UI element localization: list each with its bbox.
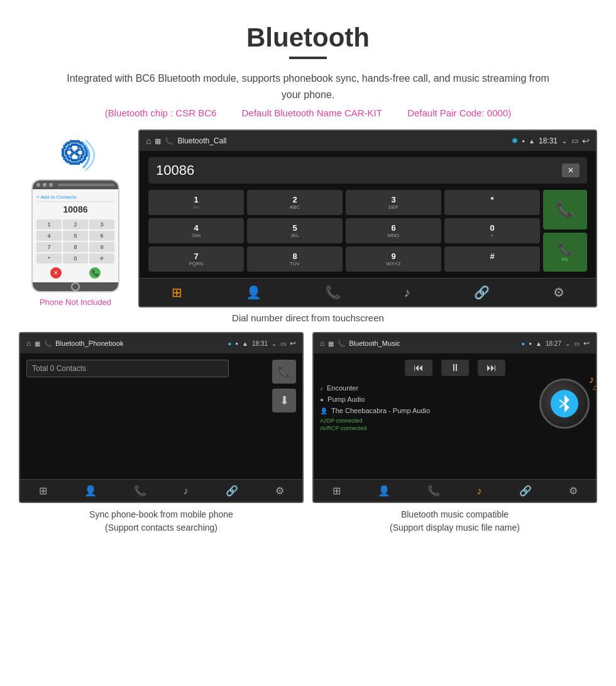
pb-nav-dialpad[interactable]: ⊞ — [39, 485, 47, 497]
music-screen-title: Bluetooth_Music — [349, 340, 517, 347]
album-art: ♪ ♫ — [539, 379, 590, 429]
dialer-input-display: 10086 ✕ — [148, 157, 587, 184]
music-caption-line2: (Support display music file name) — [390, 523, 520, 533]
phone-screen: + Add to Contacts 10086 1 2 3 4 5 6 7 8 … — [33, 189, 118, 282]
pb-window-icon: ▭ — [280, 340, 286, 347]
grid-icon: ▦ — [155, 137, 161, 145]
pb-nav-music[interactable]: ♪ — [184, 485, 189, 497]
phonebook-content-area: Total 0 Contacts 📞 ⬇ — [20, 353, 302, 479]
backspace-button[interactable]: ✕ — [562, 163, 580, 177]
phonebook-search-field[interactable]: Total 0 Contacts — [26, 360, 229, 377]
phone-top-bar — [33, 180, 118, 189]
music-screen: ⌂ ▦ 📞 Bluetooth_Music ● ● ▲ 18:27 ⌄ ▭ ↩ … — [312, 332, 597, 503]
key-star[interactable]: * — [444, 190, 540, 215]
key-9[interactable]: 9WXYZ — [346, 246, 441, 272]
music-bottom-nav: ⊞ 👤 📞 ♪ 🔗 ⚙ — [314, 479, 596, 502]
key-5[interactable]: 5JKL — [247, 218, 343, 243]
mu-nav-call[interactable]: 📞 — [427, 485, 440, 497]
avrcp-connected: AVRCP connected — [320, 425, 590, 431]
nav-call-icon[interactable]: 📞 — [325, 285, 341, 300]
nav-music-icon[interactable]: ♪ — [404, 285, 410, 300]
dot-icon: ● — [522, 138, 525, 144]
main-content-area: ⨷ + Add to Contacts 10086 1 2 3 — [19, 130, 597, 307]
phonebook-bottom-nav: ⊞ 👤 📞 ♪ 🔗 ⚙ — [20, 479, 302, 502]
music-content-area: ⏮ ⏸ ⏭ ♪ Encounter ● Pump Audio 👤 The Che… — [314, 353, 596, 479]
music-caption-line1: Bluetooth music compatible — [401, 509, 509, 519]
bluetooth-signal-icon: ⨷ — [50, 130, 101, 174]
phonebook-screen-title: Bluetooth_Phonebook — [55, 340, 224, 347]
phonebook-item: ⌂ ▦ 📞 Bluetooth_Phonebook ● ● ▲ 18:31 ⌄ … — [19, 332, 304, 534]
mu-home-icon: ⌂ — [320, 339, 324, 348]
pb-arrow-icon: ▲ — [242, 340, 248, 347]
page-title: Bluetooth — [0, 0, 616, 57]
mu-nav-music[interactable]: ♪ — [477, 485, 482, 497]
nav-contacts-icon[interactable]: 👤 — [246, 285, 261, 300]
mu-window-icon: ▭ — [574, 340, 580, 347]
play-pause-button[interactable]: ⏸ — [441, 360, 469, 376]
pb-nav-contacts[interactable]: 👤 — [84, 485, 97, 497]
key-1[interactable]: 1○○ — [148, 190, 244, 215]
key-8[interactable]: 8TUV — [247, 246, 343, 272]
call-button[interactable]: 📞 — [543, 190, 587, 230]
bottom-row: ⌂ ▦ 📞 Bluetooth_Phonebook ● ● ▲ 18:31 ⌄ … — [19, 332, 597, 534]
spec-chip: (Bluetooth chip : CSR BC6 — [105, 108, 217, 118]
key-3[interactable]: 3DEF — [346, 190, 441, 215]
key-hash[interactable]: # — [444, 246, 540, 272]
mu-nav-dialpad[interactable]: ⊞ — [333, 485, 341, 497]
mu-arrow-icon: ▲ — [536, 340, 542, 347]
main-caption: Dial number direct from touchscreen — [0, 313, 616, 323]
back-icon: ↩ — [582, 136, 590, 146]
phone-mockup: + Add to Contacts 10086 1 2 3 4 5 6 7 8 … — [31, 179, 119, 292]
pb-grid-icon: ▦ — [35, 340, 40, 347]
phonebook-caption: Sync phone-book from mobile phone (Suppo… — [89, 508, 233, 534]
phonebook-caption-line1: Sync phone-book from mobile phone — [89, 509, 233, 519]
key-6[interactable]: 6MNO — [346, 218, 441, 243]
circle-icon: ● — [320, 396, 324, 403]
pb-nav-settings[interactable]: ⚙ — [275, 485, 284, 497]
nav-settings-icon[interactable]: ⚙ — [553, 285, 564, 300]
next-button[interactable]: ⏭ — [478, 360, 505, 376]
expand-icon: ⌄ — [561, 136, 568, 145]
key-2[interactable]: 2ABC — [247, 190, 343, 215]
dialer-screen-title: Bluetooth_Call — [177, 136, 508, 145]
mu-nav-settings[interactable]: ⚙ — [569, 485, 578, 497]
mu-bt-icon: ● — [521, 340, 525, 347]
phone-side: ⨷ + Add to Contacts 10086 1 2 3 — [19, 130, 132, 307]
prev-button[interactable]: ⏮ — [405, 360, 432, 376]
track-name-3: The Cheebacabra - Pump Audio — [331, 407, 430, 414]
phonebook-call-button[interactable]: 📞 — [272, 360, 296, 384]
music-status-bar: ⌂ ▦ 📞 Bluetooth_Music ● ● ▲ 18:27 ⌄ ▭ ↩ — [314, 333, 596, 353]
mu-grid-icon: ▦ — [328, 340, 334, 347]
dialer-area: 10086 ✕ 1○○ 2ABC 3DEF * 4GHI 5JKL 6MNO 0… — [140, 151, 596, 278]
key-4[interactable]: 4GHI — [148, 218, 244, 243]
mu-nav-link[interactable]: 🔗 — [519, 485, 532, 497]
subtitle-text: Integrated with BC6 Bluetooth module, su… — [57, 70, 559, 102]
dialer-status-bar: ⌂ ▦ 📞 Bluetooth_Call ✱ ● ▲ 18:31 ⌄ ▭ ↩ — [140, 131, 596, 151]
status-time: 18:31 — [539, 136, 558, 145]
pb-back-icon: ↩ — [290, 339, 296, 348]
mu-nav-contacts[interactable]: 👤 — [378, 485, 390, 497]
mu-back-icon: ↩ — [583, 339, 590, 348]
music-caption: Bluetooth music compatible (Support disp… — [390, 508, 520, 534]
nav-dialpad-icon[interactable]: ⊞ — [172, 285, 182, 300]
end-call-button[interactable]: 📞 RE — [543, 233, 587, 272]
car-dialer-screen: ⌂ ▦ 📞 Bluetooth_Call ✱ ● ▲ 18:31 ⌄ ▭ ↩ 1… — [138, 130, 597, 307]
key-7[interactable]: 7PQRS — [148, 246, 244, 272]
pb-time: 18:31 — [252, 340, 268, 347]
dialed-number: 10086 — [156, 162, 194, 179]
bt-circle-icon — [551, 390, 578, 418]
phonebook-status-bar: ⌂ ▦ 📞 Bluetooth_Phonebook ● ● ▲ 18:31 ⌄ … — [20, 333, 302, 353]
music-item: ⌂ ▦ 📞 Bluetooth_Music ● ● ▲ 18:27 ⌄ ▭ ↩ … — [312, 332, 597, 534]
pb-nav-call[interactable]: 📞 — [134, 485, 146, 497]
nav-link-icon[interactable]: 🔗 — [474, 285, 490, 300]
key-0[interactable]: 0+ — [444, 218, 540, 243]
pb-bt-icon: ● — [228, 340, 231, 347]
phonebook-download-button[interactable]: ⬇ — [272, 389, 296, 412]
track-name-1: Encounter — [327, 384, 358, 392]
phonebook-screen: ⌂ ▦ 📞 Bluetooth_Phonebook ● ● ▲ 18:31 ⌄ … — [19, 332, 304, 503]
note-icon: ♪ — [320, 385, 323, 392]
pb-nav-link[interactable]: 🔗 — [226, 485, 238, 497]
phone-bottom-bar — [33, 282, 118, 291]
dialer-bottom-nav: ⊞ 👤 📞 ♪ 🔗 ⚙ — [140, 278, 596, 306]
spec-name: Default Bluetooth Name CAR-KIT — [242, 108, 382, 118]
